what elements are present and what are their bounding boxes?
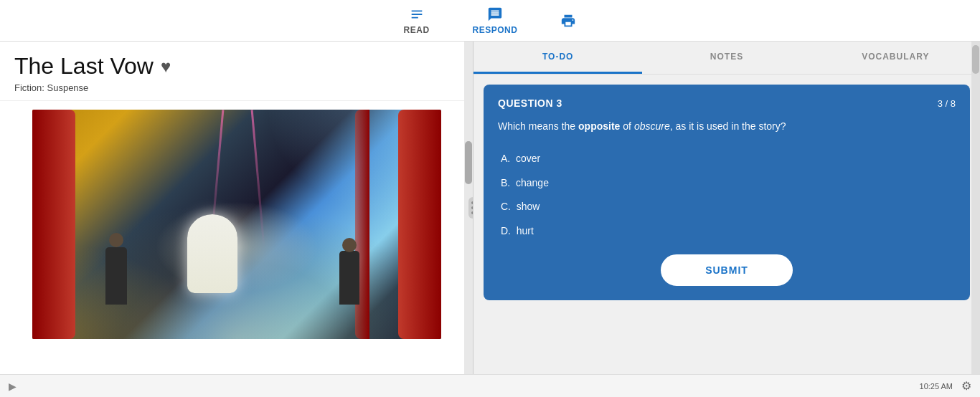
option-b-text: change [516,177,549,188]
article-image-container [0,101,473,374]
bottom-icon-1: ▶ [9,381,17,392]
article-header: The Last Vow ♥ Fiction: Suspense [0,42,473,101]
respond-icon [487,6,503,22]
answer-option-d[interactable]: D. hurt [498,219,956,244]
option-a-letter: A. [501,153,516,164]
bottom-icons: ▶ [9,381,17,392]
read-icon [409,6,425,22]
answer-option-a[interactable]: A. cover [498,147,956,171]
left-panel: The Last Vow ♥ Fiction: Suspense [0,42,473,374]
curtain-right [398,110,441,339]
time-display: 10:25 AM [920,382,953,391]
question-label: QUESTION 3 [498,97,562,109]
article-genre: Fiction: Suspense [14,82,458,93]
curtain-left [32,110,75,339]
figure-person-2 [339,251,359,305]
option-d-letter: D. [501,225,517,236]
tab-vocabulary[interactable]: VOCABULARY [811,42,980,74]
question-bold-word: opposite [578,120,620,132]
gear-icon[interactable]: ⚙ [961,379,971,393]
question-text-of: of [620,120,633,132]
option-c-text: show [517,201,540,212]
panel-resize-handle[interactable] [468,197,473,219]
question-text-before: Which means the [498,120,578,132]
submit-container: SUBMIT [498,254,956,286]
nav-read-label: READ [404,25,430,35]
figure-ghost [187,214,237,293]
tab-todo[interactable]: TO-DO [473,42,642,74]
option-a-text: cover [516,153,540,164]
nav-print[interactable] [560,13,576,29]
article-title-container: The Last Vow ♥ [14,53,458,80]
tabs-header: TO-DO NOTES VOCABULARY [473,42,980,75]
nav-read[interactable]: READ [404,6,430,35]
bottom-bar: ▶ 10:25 AM ⚙ [0,374,980,397]
question-card: QUESTION 3 3 / 8 Which means the opposit… [484,85,970,300]
right-scrollbar[interactable] [971,42,980,374]
print-icon [560,13,576,29]
question-italic-word: obscure [634,120,670,132]
option-c-letter: C. [501,201,517,212]
main-content: The Last Vow ♥ Fiction: Suspense [0,42,980,374]
article-title: The Last Vow [14,53,154,80]
option-d-text: hurt [517,225,534,236]
right-panel: TO-DO NOTES VOCABULARY QUESTION 3 3 / 8 … [473,42,980,374]
nav-respond[interactable]: RESPOND [473,6,518,35]
article-image [32,110,441,339]
nav-respond-label: RESPOND [473,25,518,35]
question-header: QUESTION 3 3 / 8 [498,97,956,109]
question-text-after: , as it is used in the story? [670,120,786,132]
question-progress: 3 / 8 [938,98,956,109]
answer-option-b[interactable]: B. change [498,171,956,196]
answer-option-c[interactable]: C. show [498,195,956,219]
curtain-right-2 [355,110,369,339]
heart-icon[interactable]: ♥ [161,57,171,77]
option-b-letter: B. [501,177,516,188]
submit-button[interactable]: SUBMIT [661,254,793,286]
right-scrollbar-thumb[interactable] [972,45,979,74]
question-text: Which means the opposite of obscure, as … [498,119,956,134]
top-navigation: READ RESPOND [0,0,980,42]
figure-person-1 [105,247,127,305]
left-scrollbar-thumb[interactable] [465,141,472,184]
tab-notes[interactable]: NOTES [642,42,811,74]
